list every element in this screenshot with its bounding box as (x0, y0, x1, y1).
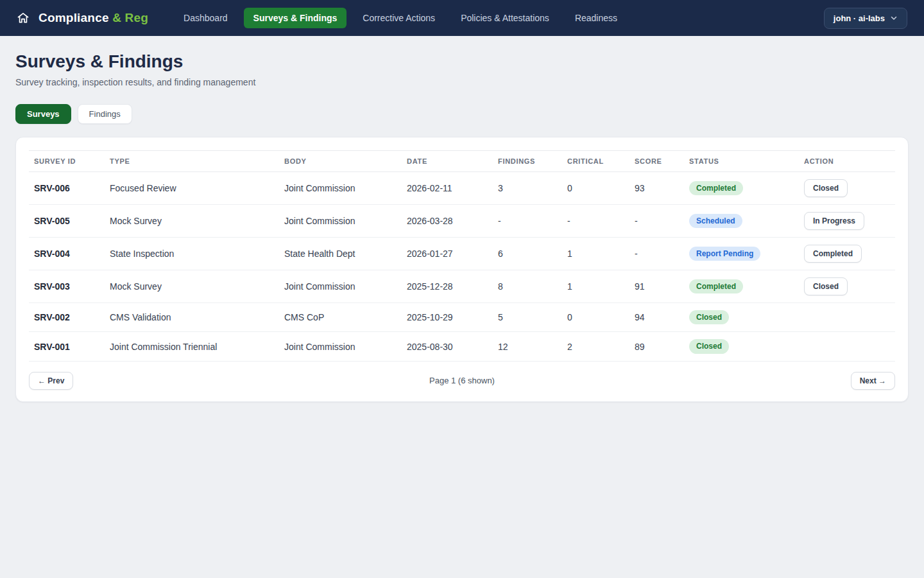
cell-type: Mock Survey (105, 270, 279, 303)
cell-status: Scheduled (684, 205, 799, 238)
survey-table-body: SRV-006 Focused Review Joint Commission … (29, 172, 895, 362)
cell-body: Joint Commission (279, 332, 402, 361)
user-menu-button[interactable]: john · ai-labs (824, 8, 907, 29)
row-action-button[interactable]: Closed (804, 277, 848, 295)
cell-body: Joint Commission (279, 205, 402, 238)
cell-critical: 0 (562, 303, 629, 332)
surveys-table: SURVEY ID TYPE BODY DATE FINDINGS CRITIC… (29, 150, 895, 362)
page-info: Page 1 (6 shown) (73, 376, 850, 385)
cell-critical: 1 (562, 238, 629, 270)
cell-critical: 2 (562, 332, 629, 361)
table-row[interactable]: SRV-001 Joint Commission Triennial Joint… (29, 332, 895, 361)
nav-item-surveys-findings[interactable]: Surveys & Findings (244, 8, 347, 28)
cell-status: Completed (684, 172, 799, 205)
cell-score: 91 (629, 270, 684, 303)
prev-page-button[interactable]: ← Prev (29, 372, 73, 390)
tab-findings[interactable]: Findings (78, 104, 132, 124)
cell-survey-id: SRV-005 (29, 205, 105, 238)
cell-action (799, 303, 895, 332)
nav-item-corrective-actions[interactable]: Corrective Actions (353, 8, 445, 28)
cell-score: 94 (629, 303, 684, 332)
status-badge: Report Pending (689, 247, 760, 261)
col-type: TYPE (105, 151, 279, 172)
cell-date: 2025-10-29 (402, 303, 493, 332)
col-score: SCORE (629, 151, 684, 172)
cell-critical: 1 (562, 270, 629, 303)
cell-score: 89 (629, 332, 684, 361)
cell-type: State Inspection (105, 238, 279, 270)
cell-action: In Progress (799, 205, 895, 238)
cell-type: Mock Survey (105, 205, 279, 238)
table-header: SURVEY ID TYPE BODY DATE FINDINGS CRITIC… (29, 151, 895, 172)
nav-item-dashboard[interactable]: Dashboard (174, 8, 237, 28)
cell-date: 2025-08-30 (402, 332, 493, 361)
cell-body: State Health Dept (279, 238, 402, 270)
status-badge: Completed (689, 181, 743, 195)
cell-findings: 3 (493, 172, 562, 205)
cell-survey-id: SRV-006 (29, 172, 105, 205)
table-row[interactable]: SRV-004 State Inspection State Health De… (29, 238, 895, 270)
cell-status: Report Pending (684, 238, 799, 270)
row-action-button[interactable]: Completed (804, 245, 862, 263)
cell-date: 2026-01-27 (402, 238, 493, 270)
surveys-card: SURVEY ID TYPE BODY DATE FINDINGS CRITIC… (15, 137, 909, 402)
cell-critical: - (562, 205, 629, 238)
view-tabs: Surveys Findings (15, 104, 909, 124)
next-page-button[interactable]: Next → (851, 372, 895, 390)
col-critical: CRITICAL (562, 151, 629, 172)
row-action-button[interactable]: Closed (804, 179, 848, 197)
cell-survey-id: SRV-001 (29, 332, 105, 361)
cell-survey-id: SRV-004 (29, 238, 105, 270)
cell-status: Completed (684, 270, 799, 303)
home-icon[interactable] (17, 12, 30, 24)
status-badge: Closed (689, 339, 729, 353)
cell-score: - (629, 205, 684, 238)
nav-items: Dashboard Surveys & Findings Corrective … (174, 8, 627, 28)
table-row[interactable]: SRV-005 Mock Survey Joint Commission 202… (29, 205, 895, 238)
table-row[interactable]: SRV-006 Focused Review Joint Commission … (29, 172, 895, 205)
cell-date: 2025-12-28 (402, 270, 493, 303)
tab-surveys[interactable]: Surveys (15, 104, 71, 124)
cell-body: Joint Commission (279, 270, 402, 303)
table-row[interactable]: SRV-002 CMS Validation CMS CoP 2025-10-2… (29, 303, 895, 332)
cell-type: CMS Validation (105, 303, 279, 332)
row-action-button[interactable]: In Progress (804, 212, 864, 230)
page-content: Surveys & Findings Survey tracking, insp… (0, 51, 924, 402)
status-badge: Completed (689, 279, 743, 293)
cell-findings: 8 (493, 270, 562, 303)
cell-survey-id: SRV-003 (29, 270, 105, 303)
cell-action: Completed (799, 238, 895, 270)
cell-survey-id: SRV-002 (29, 303, 105, 332)
cell-body: Joint Commission (279, 172, 402, 205)
cell-findings: - (493, 205, 562, 238)
brand-text: Compliance & Reg (38, 11, 148, 25)
page-subtitle: Survey tracking, inspection results, and… (15, 77, 909, 87)
cell-action: Closed (799, 270, 895, 303)
table-row[interactable]: SRV-003 Mock Survey Joint Commission 202… (29, 270, 895, 303)
col-action: ACTION (799, 151, 895, 172)
cell-date: 2026-02-11 (402, 172, 493, 205)
cell-date: 2026-03-28 (402, 205, 493, 238)
top-navbar: Compliance & Reg Dashboard Surveys & Fin… (0, 0, 924, 36)
nav-item-policies-attestations[interactable]: Policies & Attestations (451, 8, 559, 28)
cell-findings: 12 (493, 332, 562, 361)
cell-type: Focused Review (105, 172, 279, 205)
page-title: Surveys & Findings (15, 51, 909, 72)
cell-action (799, 332, 895, 361)
cell-type: Joint Commission Triennial (105, 332, 279, 361)
col-date: DATE (402, 151, 493, 172)
nav-item-readiness[interactable]: Readiness (565, 8, 627, 28)
cell-findings: 6 (493, 238, 562, 270)
user-menu-label: john · ai-labs (834, 13, 885, 23)
cell-body: CMS CoP (279, 303, 402, 332)
cell-status: Closed (684, 303, 799, 332)
brand-main: Compliance (38, 11, 109, 24)
cell-action: Closed (799, 172, 895, 205)
chevron-down-icon (890, 14, 898, 22)
brand-accent: & Reg (112, 11, 148, 24)
cell-score: 93 (629, 172, 684, 205)
cell-findings: 5 (493, 303, 562, 332)
status-badge: Scheduled (689, 214, 742, 228)
cell-critical: 0 (562, 172, 629, 205)
cell-score: - (629, 238, 684, 270)
